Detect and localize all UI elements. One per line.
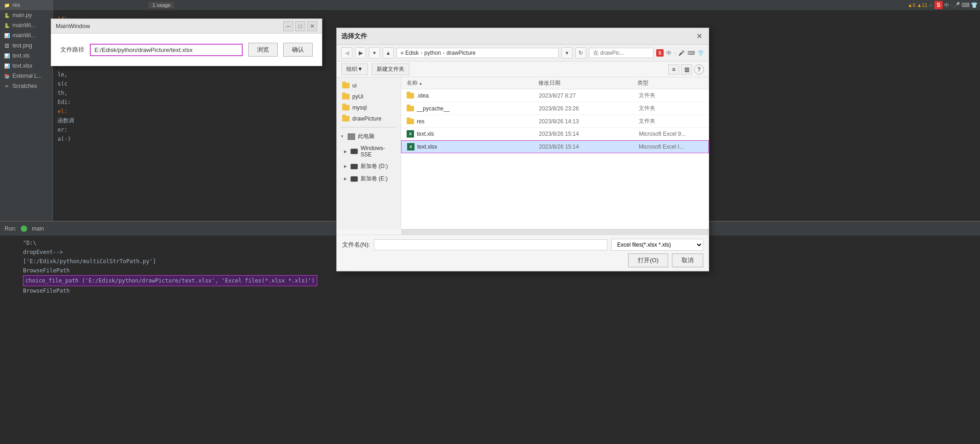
sidebar-item-mysql[interactable]: mysql xyxy=(337,102,401,113)
file-path-input[interactable] xyxy=(90,44,243,56)
fc-file-row-textxlsx[interactable]: X text.xlsx 2023/8/26 15:14 Microsoft Ex… xyxy=(401,140,709,153)
tree-item-scratches[interactable]: ✏ Scratches xyxy=(0,81,52,91)
folder-icon xyxy=(407,119,414,124)
tree-item-testpng[interactable]: 🖼 test.png xyxy=(0,40,52,51)
tree-item-label: Scratches xyxy=(12,83,37,89)
drive-icon xyxy=(350,149,358,154)
fc-file-row-idea[interactable]: .idea 2023/8/27 8:27 文件夹 xyxy=(401,89,709,102)
tree-item-label: mainWi... xyxy=(12,32,35,39)
file-name-cell: res xyxy=(407,118,535,125)
col-date-header[interactable]: 修改日期 xyxy=(538,79,637,87)
organize-button[interactable]: 组织▼ xyxy=(341,63,368,75)
back-button[interactable]: ◀ xyxy=(341,47,352,58)
fc-ime-shirt: 👕 xyxy=(698,50,704,56)
usage-badge: 1 usage xyxy=(149,2,174,8)
ime-toolbar: ▲6 ▲11 ✓ S 中 · 🎤 ⌨ 👕 xyxy=(905,0,980,10)
sidebar-item-drivee[interactable]: ▶ 新加卷 (E:) xyxy=(337,173,401,185)
col-type-header[interactable]: 类型 xyxy=(637,79,703,87)
col-name-header[interactable]: 名称 xyxy=(407,79,538,87)
fc-title: 选择文件 xyxy=(341,32,367,40)
filename-input[interactable] xyxy=(374,239,607,250)
file-name-cell: __pycache__ xyxy=(407,105,535,112)
tree-item-res[interactable]: 📁 res xyxy=(0,0,52,10)
sidebar-item-drawpicture[interactable]: drawPicture xyxy=(337,113,401,124)
fc-nav-toolbar: ◀ ▶ ▾ ▲ « Edisk › python › drawPicture ▾… xyxy=(337,45,709,62)
new-folder-button[interactable]: 新建文件夹 xyxy=(372,63,409,75)
filename-row: 文件名(N): Excel files(*.xlsx *.xls) xyxy=(342,239,703,251)
file-type-cell: Microsoft Excel 9... xyxy=(639,131,703,137)
panel-view-button[interactable]: ▥ xyxy=(681,64,692,75)
ime-kb: ⌨ xyxy=(962,2,969,8)
path-segment-1[interactable]: « Edisk xyxy=(401,50,419,56)
tree-item-mainpy[interactable]: 🐍 main.py xyxy=(0,10,52,20)
path-segment-3[interactable]: drawPicture xyxy=(446,50,475,56)
dropdown-path-button[interactable]: ▾ xyxy=(561,47,572,58)
fc-file-row-textxls[interactable]: X text.xls 2023/8/26 15:14 Microsoft Exc… xyxy=(401,128,709,140)
drive-icon xyxy=(350,164,358,169)
list-view-button[interactable]: ≡ xyxy=(668,64,679,75)
fc-ime-s-icon: S xyxy=(656,49,664,57)
search-input[interactable] xyxy=(589,48,653,58)
file-chooser-dialog: 选择文件 ✕ ◀ ▶ ▾ ▲ « Edisk › python › drawPi… xyxy=(336,28,709,271)
library-icon: 📚 xyxy=(4,73,10,79)
browse-button[interactable]: 浏览 xyxy=(248,43,278,57)
fc-action-toolbar: 组织▼ 新建文件夹 ≡ ▥ ? xyxy=(337,62,709,77)
maximize-button[interactable]: □ xyxy=(295,21,305,31)
drive-icon xyxy=(350,176,358,182)
folder-icon xyxy=(407,106,414,111)
file-name-label: .idea xyxy=(417,92,429,99)
tree-item-label: res xyxy=(12,2,20,8)
open-button[interactable]: 打开(O) xyxy=(628,254,668,267)
file-name-label: text.xlsx xyxy=(417,144,437,150)
forward-button[interactable]: ▶ xyxy=(355,47,366,58)
sidebar-label: Windows-SSE xyxy=(361,145,395,158)
sidebar-item-drived[interactable]: ▶ 新加卷 (D:) xyxy=(337,160,401,173)
cancel-button[interactable]: 取消 xyxy=(672,254,703,267)
fc-main-area: ui pyUi mysql drawPicture ▼ 此电脑 ▶ xyxy=(337,77,709,229)
dialog-titlebar: MainWindow ─ □ ✕ xyxy=(51,19,322,34)
sidebar-item-pyui[interactable]: pyUi xyxy=(337,91,401,102)
file-name-label: __pycache__ xyxy=(417,105,449,112)
sidebar-label: 新加卷 (E:) xyxy=(361,175,388,183)
folder-icon xyxy=(342,83,350,88)
tree-item-textxlsx[interactable]: 📊 text.xlsx xyxy=(0,61,52,71)
help-button[interactable]: ? xyxy=(694,64,704,75)
tree-item-external[interactable]: 📚 External L... xyxy=(0,71,52,81)
file-name-cell: X text.xls xyxy=(407,130,535,138)
tree-item-label: test.png xyxy=(12,42,32,49)
horizontal-scrollbar[interactable] xyxy=(401,229,709,235)
fc-close-button[interactable]: ✕ xyxy=(694,31,704,41)
fc-ime-zh: 中 xyxy=(666,50,671,57)
fc-file-row-res[interactable]: res 2023/8/26 14:13 文件夹 xyxy=(401,115,709,128)
confirm-button[interactable]: 确认 xyxy=(283,43,313,57)
sidebar-label: mysql xyxy=(352,104,367,111)
dropdown-button[interactable]: ▾ xyxy=(369,47,380,58)
warning-badge-yellow: ▲6 xyxy=(908,2,916,8)
close-button[interactable]: ✕ xyxy=(307,21,317,31)
sidebar-label: drawPicture xyxy=(352,115,381,122)
sidebar-item-thispc[interactable]: ▼ 此电脑 xyxy=(337,130,401,143)
sidebar-item-windows[interactable]: ▶ Windows-SSE xyxy=(337,143,401,160)
ime-mic: 🎤 xyxy=(953,2,960,8)
refresh-button[interactable]: ↻ xyxy=(575,47,586,58)
file-name-cell: X text.xlsx xyxy=(407,143,535,150)
run-target: main xyxy=(32,225,44,232)
file-type-cell: 文件夹 xyxy=(639,117,703,125)
tree-item-mainwi2[interactable]: 📊 mainWi... xyxy=(0,30,52,40)
tree-item-mainwi1[interactable]: 🐍 mainWi... xyxy=(0,20,52,30)
path-segment-2[interactable]: python xyxy=(424,50,441,56)
python-icon: 🐍 xyxy=(4,12,10,18)
python-icon: 🐍 xyxy=(4,22,10,29)
ime-s-icon: S xyxy=(934,1,943,9)
sidebar-item-ui[interactable]: ui xyxy=(337,80,401,91)
up-button[interactable]: ▲ xyxy=(383,47,394,58)
folder-icon xyxy=(342,105,350,110)
expand-icon: ▶ xyxy=(344,164,347,168)
main-window-dialog: MainWindow ─ □ ✕ 文件路径 浏览 确认 xyxy=(51,18,322,66)
fc-file-row-pycache[interactable]: __pycache__ 2023/8/26 23:26 文件夹 xyxy=(401,102,709,115)
tree-item-textxls[interactable]: 📊 text.xls xyxy=(0,51,52,61)
filetype-select[interactable]: Excel files(*.xlsx *.xls) xyxy=(611,239,703,251)
minimize-button[interactable]: ─ xyxy=(283,21,293,31)
path-sep-1: › xyxy=(420,50,422,56)
organize-label: 组织▼ xyxy=(346,65,363,73)
